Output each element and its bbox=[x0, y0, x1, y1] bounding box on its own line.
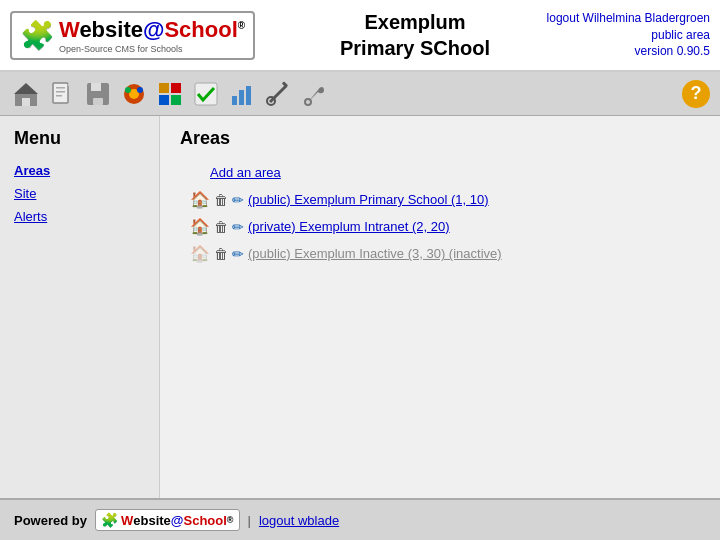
sidebar-item-areas[interactable]: Areas bbox=[14, 163, 145, 178]
area-delete-icon-1[interactable]: 🗑 bbox=[214, 192, 228, 208]
page-toolbar-icon[interactable] bbox=[46, 78, 78, 110]
area-item-1: 🏠 🗑 ✏ (public) Exemplum Primary School (… bbox=[190, 190, 700, 209]
theme-toolbar-icon[interactable] bbox=[118, 78, 150, 110]
add-area-link[interactable]: Add an area bbox=[210, 165, 700, 180]
chart-toolbar-icon[interactable] bbox=[226, 78, 258, 110]
content-heading: Areas bbox=[180, 128, 700, 149]
area-link-3[interactable]: (public) Exemplum Inactive (3, 30) (inac… bbox=[248, 246, 502, 261]
logo-reg: ® bbox=[238, 19, 245, 30]
powered-by-label: Powered by bbox=[14, 513, 87, 528]
module-toolbar-icon[interactable] bbox=[154, 78, 186, 110]
svg-rect-18 bbox=[171, 95, 181, 105]
svg-rect-16 bbox=[171, 83, 181, 93]
area-home-icon-1: 🏠 bbox=[190, 190, 210, 209]
svg-rect-22 bbox=[246, 86, 251, 105]
tools-toolbar-icon[interactable] bbox=[262, 78, 294, 110]
user-info: logout Wilhelmina Bladergroen public are… bbox=[530, 10, 710, 60]
footer-logout-link[interactable]: logout wblade bbox=[259, 513, 339, 528]
area-link-1[interactable]: (public) Exemplum Primary School (1, 10) bbox=[248, 192, 489, 207]
logo-puzzle-icon: 🧩 bbox=[20, 19, 55, 52]
header: 🧩 Website@School® Open-Source CMS for Sc… bbox=[0, 0, 720, 72]
save-toolbar-icon[interactable] bbox=[82, 78, 114, 110]
svg-rect-15 bbox=[159, 83, 169, 93]
svg-rect-2 bbox=[22, 98, 30, 106]
svg-point-13 bbox=[137, 87, 143, 93]
footer-separator: | bbox=[248, 513, 251, 528]
svg-rect-5 bbox=[56, 91, 65, 93]
logo-subtitle: Open-Source CMS for Schools bbox=[59, 44, 245, 54]
logo-area: 🧩 Website@School® Open-Source CMS for Sc… bbox=[10, 11, 300, 60]
sidebar: Menu Areas Site Alerts bbox=[0, 116, 160, 498]
svg-line-23 bbox=[270, 86, 286, 102]
area-home-icon-2: 🏠 bbox=[190, 217, 210, 236]
area-item-2: 🏠 🗑 ✏ (private) Exemplum Intranet (2, 20… bbox=[190, 217, 700, 236]
toolbar: ? bbox=[0, 72, 720, 116]
footer-logo: 🧩 Website@School® bbox=[95, 509, 240, 531]
footer: Powered by 🧩 Website@School® | logout wb… bbox=[0, 498, 720, 540]
svg-point-14 bbox=[125, 87, 131, 93]
area-edit-icon-1[interactable]: ✏ bbox=[232, 192, 244, 208]
svg-marker-7 bbox=[68, 83, 71, 86]
area-home-icon-3: 🏠 bbox=[190, 244, 210, 263]
wrench-toolbar-icon[interactable] bbox=[298, 78, 330, 110]
svg-rect-21 bbox=[239, 90, 244, 105]
svg-rect-17 bbox=[159, 95, 169, 105]
svg-rect-9 bbox=[91, 83, 101, 91]
svg-rect-20 bbox=[232, 96, 237, 105]
area-delete-icon-2[interactable]: 🗑 bbox=[214, 219, 228, 235]
svg-rect-10 bbox=[93, 98, 103, 105]
area-edit-icon-2[interactable]: ✏ bbox=[232, 219, 244, 235]
content-area: Areas Add an area 🏠 🗑 ✏ (public) Exemplu… bbox=[160, 116, 720, 498]
logo[interactable]: 🧩 Website@School® Open-Source CMS for Sc… bbox=[10, 11, 255, 60]
area-item-3: 🏠 🗑 ✏ (public) Exemplum Inactive (3, 30)… bbox=[190, 244, 700, 263]
area-delete-icon-3[interactable]: 🗑 bbox=[214, 246, 228, 262]
site-title: Exemplum Primary SChool bbox=[300, 9, 530, 61]
menu-heading: Menu bbox=[14, 128, 145, 149]
svg-rect-6 bbox=[56, 95, 62, 97]
sidebar-item-site[interactable]: Site bbox=[14, 186, 145, 201]
svg-rect-3 bbox=[53, 83, 68, 103]
logo-text: Website@School® bbox=[59, 17, 245, 42]
area-link-2[interactable]: (private) Exemplum Intranet (2, 20) bbox=[248, 219, 450, 234]
area-edit-icon-3[interactable]: ✏ bbox=[232, 246, 244, 262]
check-toolbar-icon[interactable] bbox=[190, 78, 222, 110]
main: Menu Areas Site Alerts Areas Add an area… bbox=[0, 116, 720, 498]
svg-marker-1 bbox=[14, 83, 38, 94]
sidebar-item-alerts[interactable]: Alerts bbox=[14, 209, 145, 224]
home-toolbar-icon[interactable] bbox=[10, 78, 42, 110]
svg-rect-4 bbox=[56, 87, 65, 89]
help-button[interactable]: ? bbox=[682, 80, 710, 108]
